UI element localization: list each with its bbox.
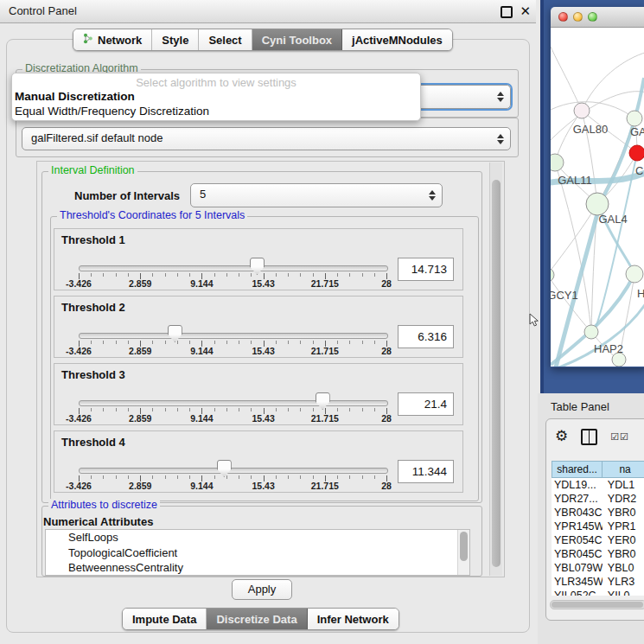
list-scrollbar[interactable] xyxy=(457,530,469,575)
tab-impute-data[interactable]: Impute Data xyxy=(123,609,207,629)
cell-name[interactable]: YLR3 xyxy=(603,575,644,589)
horizontal-scrollbar[interactable] xyxy=(550,600,644,609)
scrollbar-thumb[interactable] xyxy=(492,180,501,567)
scrollbar-thumb[interactable] xyxy=(460,532,468,561)
threshold-panel: Threshold 4-3.4262.8599.14415.4321.71528… xyxy=(54,430,463,493)
column-header-name[interactable]: na xyxy=(603,461,644,478)
cell-shared-name[interactable]: YBR043C xyxy=(552,506,603,520)
table-row[interactable]: YIL052CYIL0 xyxy=(552,589,644,596)
vertical-scrollbar[interactable] xyxy=(489,163,502,576)
network-node-label: H xyxy=(637,287,644,300)
numerical-attributes-list[interactable]: SelfLoopsTopologicalCoefficientBetweenne… xyxy=(45,529,470,576)
slider-track[interactable] xyxy=(79,265,388,271)
cell-shared-name[interactable]: YLR345W xyxy=(552,575,603,589)
threshold-value-field[interactable]: 21.4 xyxy=(398,392,454,416)
threshold-label: Threshold 4 xyxy=(61,436,125,449)
close-traffic-light-icon[interactable] xyxy=(558,12,568,22)
network-node[interactable] xyxy=(551,268,554,282)
network-node[interactable] xyxy=(574,103,590,118)
network-node[interactable] xyxy=(551,154,564,171)
select-columns-checkboxes-icon[interactable]: ☑☑ xyxy=(610,431,629,443)
slider-track[interactable] xyxy=(79,333,388,339)
cell-name[interactable]: YDL1 xyxy=(603,478,644,492)
tab-jactivemnodules[interactable]: jActiveMNodules xyxy=(342,29,452,50)
table-row[interactable]: YBR043CYBR0 xyxy=(552,506,644,520)
network-node-label: GAL4 xyxy=(598,213,627,226)
number-of-intervals-combobox[interactable]: 5 xyxy=(190,183,443,207)
cell-name[interactable]: YER0 xyxy=(603,533,644,547)
network-node[interactable] xyxy=(629,145,644,161)
close-icon[interactable]: ✕ xyxy=(520,0,531,22)
table-row[interactable]: YBL079WYBL0 xyxy=(552,561,644,575)
columns-icon[interactable] xyxy=(581,429,597,445)
cell-name[interactable]: YBR0 xyxy=(603,547,644,561)
tick-label: 21.715 xyxy=(311,413,339,424)
threshold-panel: Threshold 3-3.4262.8599.14415.4321.71528… xyxy=(54,363,463,425)
interval-definition-title: Interval Definition xyxy=(48,164,137,177)
algorithm-option[interactable]: Equal Width/Frequency Discretization xyxy=(12,104,420,118)
network-window-titlebar xyxy=(551,7,644,28)
cell-name[interactable]: YPR1 xyxy=(603,520,644,533)
scrollbar-thumb[interactable] xyxy=(552,602,643,608)
zoom-traffic-light-icon[interactable] xyxy=(588,12,597,22)
table-row[interactable]: YDR27...YDR2 xyxy=(552,492,644,506)
slider-thumb[interactable] xyxy=(250,258,265,275)
table-panel-area: Table Panel ⚙ ☑☑ shared... na YDL19...YD… xyxy=(538,393,644,644)
settings-gear-icon[interactable]: ⚙ xyxy=(555,428,568,445)
network-canvas[interactable]: GAL80GACGAL11GAL4GCY1HHAP2 xyxy=(551,28,644,367)
cell-shared-name[interactable]: YPR145W xyxy=(552,520,603,533)
algorithm-option[interactable]: Manual Discretization xyxy=(12,89,420,104)
network-graph[interactable]: GAL80GACGAL11GAL4GCY1HHAP2 xyxy=(551,28,644,367)
cell-shared-name[interactable]: YBL079W xyxy=(552,561,603,575)
mouse-cursor xyxy=(529,313,540,328)
threshold-value-field[interactable]: 14.713 xyxy=(398,258,454,281)
network-node[interactable] xyxy=(626,265,643,283)
slider-thumb[interactable] xyxy=(316,392,330,410)
table-data-combobox[interactable]: galFiltered.sif default node xyxy=(22,127,511,150)
cell-name[interactable]: YBR0 xyxy=(603,506,644,520)
table-row[interactable]: YBR045CYBR0 xyxy=(552,547,644,561)
tick-label: -3.426 xyxy=(66,413,92,424)
tab-infer-network[interactable]: Infer Network xyxy=(308,609,399,629)
tab-label: Infer Network xyxy=(317,613,389,626)
float-window-icon[interactable] xyxy=(501,6,513,18)
network-edge[interactable] xyxy=(551,47,582,111)
table-row[interactable]: YER054CYER0 xyxy=(552,533,644,547)
tab-style[interactable]: Style xyxy=(152,29,199,50)
table-row[interactable]: YLR345WYLR3 xyxy=(552,575,644,589)
slider-thumb[interactable] xyxy=(217,460,232,477)
cell-name[interactable]: YIL0 xyxy=(603,589,644,596)
table-data-group: Table Data galFiltered.sif default node xyxy=(16,118,519,157)
column-header-shared-name[interactable]: shared... xyxy=(552,461,603,478)
cell-shared-name[interactable]: YDR27... xyxy=(552,492,603,506)
tab-label: Cyni Toolbox xyxy=(262,34,332,47)
cell-name[interactable]: YBL0 xyxy=(603,561,644,575)
tick-label: 9.144 xyxy=(190,413,213,424)
slider-track[interactable] xyxy=(79,468,388,474)
network-node[interactable] xyxy=(627,111,642,126)
cell-name[interactable]: YDR2 xyxy=(603,492,644,506)
slider-track[interactable] xyxy=(79,400,388,406)
attribute-item[interactable]: SelfLoops xyxy=(46,530,469,545)
tab-cyni-toolbox[interactable]: Cyni Toolbox xyxy=(252,29,342,50)
cell-shared-name[interactable]: YDL19... xyxy=(552,478,603,492)
cell-shared-name[interactable]: YIL052C xyxy=(552,589,603,596)
tab-network[interactable]: Network xyxy=(73,29,152,50)
tab-select[interactable]: Select xyxy=(199,29,252,50)
tab-discretize-data[interactable]: Discretize Data xyxy=(207,609,307,629)
apply-button[interactable]: Apply xyxy=(232,579,292,600)
cell-shared-name[interactable]: YBR045C xyxy=(552,547,603,561)
tick-label: 28 xyxy=(381,413,392,424)
cell-shared-name[interactable]: YER054C xyxy=(552,533,603,547)
threshold-value-field[interactable]: 6.316 xyxy=(398,325,454,348)
threshold-value-field[interactable]: 11.344 xyxy=(398,460,454,483)
slider-thumb[interactable] xyxy=(168,325,182,342)
table-row[interactable]: YPR145WYPR1 xyxy=(552,520,644,533)
network-edge[interactable] xyxy=(551,102,634,118)
attribute-item[interactable]: TopologicalCoefficient xyxy=(46,545,469,561)
minimize-traffic-light-icon[interactable] xyxy=(573,12,583,22)
attribute-item[interactable]: BetweennessCentrality xyxy=(46,560,469,576)
slider-major-ticks xyxy=(79,408,387,414)
table-row[interactable]: YDL19...YDL1 xyxy=(552,478,644,492)
network-node[interactable] xyxy=(584,325,598,339)
